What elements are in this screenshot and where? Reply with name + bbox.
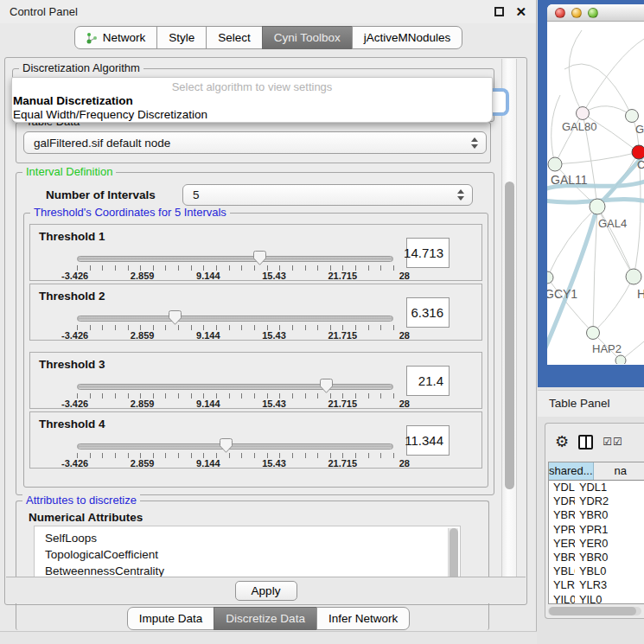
table-row[interactable]: YPR145WYPR1: [549, 523, 644, 537]
tick-label: 2.859: [131, 458, 155, 469]
list-item[interactable]: TopologicalCoefficient: [35, 546, 460, 563]
attributes-group-title: Attributes to discretize: [22, 494, 140, 507]
gear-icon[interactable]: ⚙: [555, 434, 569, 450]
threshold-2-slider[interactable]: [77, 316, 393, 322]
columns-icon[interactable]: [578, 435, 593, 450]
dropdown-hint-item: Select algorithm to view settings: [12, 80, 492, 94]
tab-jactivemnodules[interactable]: jActiveMNodules: [352, 26, 463, 49]
cell: YPR145W: [549, 523, 575, 537]
table-row[interactable]: YBR043CYBR0: [549, 508, 644, 522]
threshold-1-slider[interactable]: [77, 256, 393, 262]
screen: Control Panel ✕ Network Style Select: [0, 0, 644, 644]
cell: YPR1: [575, 523, 644, 537]
table-data-combobox-value: galFiltered.sif default node: [34, 137, 170, 150]
number-of-intervals-combobox[interactable]: 5: [182, 184, 473, 206]
node-hap2[interactable]: [587, 327, 600, 340]
content-scrollbar-thumb[interactable]: [505, 182, 514, 489]
dropdown-item-equal-width-frequency[interactable]: Equal Width/Frequency Discretization: [12, 108, 492, 122]
close-traffic-light-icon[interactable]: [555, 8, 565, 18]
tick-label: 9.144: [196, 399, 220, 409]
table-row[interactable]: YIL052CYIL0: [549, 593, 644, 605]
algorithm-dropdown-popup: Select algorithm to view settings Manual…: [11, 77, 493, 123]
threshold-3-slider[interactable]: [77, 384, 393, 390]
numerical-attributes-label: Numerical Attributes: [29, 511, 143, 524]
tick-label: 21.715: [328, 271, 357, 281]
table-horizontal-scrollbar[interactable]: [548, 607, 641, 615]
tab-style[interactable]: Style: [156, 26, 207, 49]
content-scrollbar[interactable]: [501, 59, 517, 578]
tab-discretize-data-label: Discretize Data: [226, 612, 305, 625]
tick-label: 28: [399, 330, 410, 341]
float-window-icon[interactable]: [494, 7, 504, 16]
table-panel-titlebar: Table Panel: [538, 390, 644, 417]
threshold-2-label: Threshold 2: [39, 290, 105, 303]
list-item[interactable]: SelfLoops: [35, 530, 460, 546]
tab-cyni-toolbox[interactable]: Cyni Toolbox: [262, 26, 353, 49]
interval-definition-title: Interval Definition: [22, 165, 116, 178]
thresholds-group-title: Threshold's Coordinates for 5 Intervals: [30, 206, 230, 219]
close-icon[interactable]: ✕: [515, 7, 526, 16]
table-data-combobox[interactable]: galFiltered.sif default node: [23, 131, 487, 154]
threshold-4-value-field[interactable]: 11.344: [406, 425, 450, 456]
threshold-4-slider-knob[interactable]: [220, 438, 233, 453]
node-label-partial-top-right: GA: [635, 123, 644, 136]
table-row[interactable]: YDR27...YDR2: [549, 494, 644, 508]
apply-button[interactable]: Apply: [235, 581, 297, 601]
node-gal11[interactable]: [548, 157, 562, 171]
table-row[interactable]: YDL19...YDL1: [549, 481, 644, 494]
number-of-intervals-value: 5: [193, 188, 200, 201]
tick-label: 15.43: [262, 458, 286, 469]
zoom-traffic-light-icon[interactable]: [588, 8, 598, 18]
tab-select[interactable]: Select: [206, 26, 263, 49]
cell: YBR045C: [549, 551, 575, 564]
table-horizontal-scrollbar-thumb[interactable]: [549, 607, 636, 615]
threshold-3-value-field[interactable]: 21.4: [406, 366, 450, 396]
node-label-gal4: GAL4: [598, 217, 627, 230]
table-row[interactable]: YBL079WYBL0: [549, 564, 644, 578]
combobox-arrows-icon: [457, 189, 464, 201]
node-gcy1[interactable]: [547, 271, 553, 284]
node-selected-red[interactable]: [632, 145, 644, 159]
column-header-shared[interactable]: shared...: [549, 462, 594, 480]
cell: YBR043C: [549, 508, 575, 522]
tab-impute-data[interactable]: Impute Data: [127, 607, 215, 630]
cyni-content: Discretization Algorithm Select algorith…: [4, 57, 527, 605]
cell: YDR27...: [549, 494, 575, 508]
node-partial-top-right[interactable]: [626, 110, 639, 123]
tab-cyni-toolbox-label: Cyni Toolbox: [274, 31, 341, 44]
threshold-1-panel: Threshold 1 -3.4262.8599.14415.4321.7152…: [29, 224, 482, 281]
column-header-name[interactable]: na: [594, 462, 644, 480]
network-window-titlebar: [547, 4, 644, 22]
tick-label: 9.144: [196, 330, 220, 341]
top-tabbar: Network Style Select Cyni Toolbox jActiv…: [0, 26, 537, 49]
table-row[interactable]: YBR045CYBR0: [549, 551, 644, 564]
tab-infer-network[interactable]: Infer Network: [316, 607, 410, 630]
table-row[interactable]: YLR345WYLR3: [549, 578, 644, 592]
node-gal80[interactable]: [577, 107, 590, 120]
threshold-2-slider-knob[interactable]: [169, 310, 182, 325]
apply-bar: Apply: [6, 577, 526, 603]
table-row[interactable]: YER054CYER0: [549, 537, 644, 551]
minimize-traffic-light-icon[interactable]: [571, 8, 582, 18]
thresholds-group: Threshold's Coordinates for 5 Intervals …: [23, 213, 488, 488]
threshold-4-slider[interactable]: [77, 443, 393, 450]
node-partial-bottom[interactable]: [615, 355, 626, 364]
threshold-1-slider-knob[interactable]: [253, 251, 266, 265]
network-canvas[interactable]: GAL80 GA C GAL11 GAL4 GCY1 H HAP2: [547, 22, 644, 364]
tab-impute-data-label: Impute Data: [139, 612, 203, 625]
tick-label: 2.859: [131, 271, 155, 281]
tab-discretize-data[interactable]: Discretize Data: [214, 607, 317, 630]
control-panel-titlebar: Control Panel ✕: [0, 0, 536, 23]
threshold-3-slider-knob[interactable]: [320, 379, 333, 393]
select-columns-checkboxes-icon[interactable]: ☑☑: [603, 436, 623, 448]
discretization-algorithm-title: Discretization Algorithm: [19, 61, 143, 74]
tick-label: 21.715: [328, 330, 357, 341]
threshold-2-value-field[interactable]: 6.316: [406, 297, 450, 328]
tick-labels: -3.4262.8599.14415.4321.71528: [61, 458, 410, 469]
node-gal4[interactable]: [590, 199, 605, 214]
node-h[interactable]: [626, 269, 641, 284]
tab-network[interactable]: Network: [74, 26, 158, 49]
threshold-1-label: Threshold 1: [39, 230, 105, 243]
dropdown-item-manual-discretization[interactable]: Manual Discretization: [12, 94, 492, 108]
threshold-1-value-field[interactable]: 14.713: [406, 238, 450, 268]
